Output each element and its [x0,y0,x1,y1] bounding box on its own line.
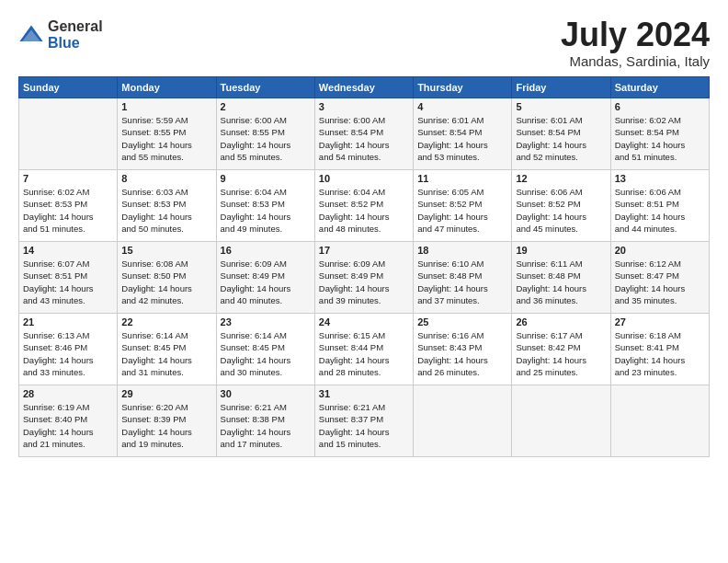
day-info: Sunrise: 6:11 AMSunset: 8:48 PMDaylight:… [516,258,606,306]
day-number: 15 [121,245,211,256]
table-row: 22Sunrise: 6:14 AMSunset: 8:45 PMDayligh… [118,314,216,385]
header-monday: Monday [118,77,216,98]
week-row-3: 21Sunrise: 6:13 AMSunset: 8:46 PMDayligh… [19,314,710,385]
day-info: Sunrise: 6:17 AMSunset: 8:42 PMDaylight:… [516,329,606,378]
day-number: 27 [615,316,705,327]
table-row: 2Sunrise: 6:00 AMSunset: 8:55 PMDaylight… [216,98,314,170]
day-number: 9 [221,173,311,184]
table-row: 4Sunrise: 6:01 AMSunset: 8:54 PMDaylight… [414,98,512,170]
calendar-header: SundayMondayTuesdayWednesdayThursdayFrid… [19,77,710,98]
table-row: 11Sunrise: 6:05 AMSunset: 8:52 PMDayligh… [414,170,512,242]
day-info: Sunrise: 6:03 AMSunset: 8:53 PMDaylight:… [121,186,211,235]
day-info: Sunrise: 6:14 AMSunset: 8:45 PMDaylight:… [221,329,311,378]
table-row [610,385,709,457]
day-number: 18 [417,245,507,256]
day-info: Sunrise: 6:08 AMSunset: 8:50 PMDaylight:… [121,258,211,306]
day-number: 7 [23,173,113,184]
day-number: 5 [516,101,606,112]
day-number: 29 [121,388,211,399]
table-row: 28Sunrise: 6:19 AMSunset: 8:40 PMDayligh… [19,385,118,457]
table-row: 5Sunrise: 6:01 AMSunset: 8:54 PMDaylight… [512,98,610,170]
day-info: Sunrise: 6:13 AMSunset: 8:46 PMDaylight:… [23,329,113,378]
day-number: 12 [516,173,606,184]
day-number: 23 [221,316,311,327]
table-row: 17Sunrise: 6:09 AMSunset: 8:49 PMDayligh… [314,242,413,314]
day-info: Sunrise: 6:09 AMSunset: 8:49 PMDaylight:… [221,258,311,306]
header-row-days: SundayMondayTuesdayWednesdayThursdayFrid… [19,77,710,98]
day-info: Sunrise: 6:21 AMSunset: 8:37 PMDaylight:… [319,401,409,450]
logo-text: General Blue [48,18,103,51]
day-number: 24 [319,316,409,327]
week-row-1: 7Sunrise: 6:02 AMSunset: 8:53 PMDaylight… [19,170,710,242]
table-row [414,385,512,457]
week-row-0: 1Sunrise: 5:59 AMSunset: 8:55 PMDaylight… [19,98,710,170]
table-row: 9Sunrise: 6:04 AMSunset: 8:53 PMDaylight… [216,170,314,242]
page-container: General Blue July 2024 Mandas, Sardinia,… [0,0,728,466]
day-number: 30 [221,388,311,399]
month-title: July 2024 [561,18,710,52]
logo-general-text: General [48,18,103,35]
table-row: 31Sunrise: 6:21 AMSunset: 8:37 PMDayligh… [314,385,413,457]
day-info: Sunrise: 6:21 AMSunset: 8:38 PMDaylight:… [221,401,311,450]
day-number: 14 [23,245,113,256]
day-number: 4 [417,101,507,112]
table-row: 7Sunrise: 6:02 AMSunset: 8:53 PMDaylight… [19,170,118,242]
day-info: Sunrise: 5:59 AMSunset: 8:55 PMDaylight:… [121,114,211,163]
day-number: 17 [319,245,409,256]
day-info: Sunrise: 6:00 AMSunset: 8:55 PMDaylight:… [221,114,311,163]
header-wednesday: Wednesday [314,77,413,98]
day-number: 13 [615,173,705,184]
header-tuesday: Tuesday [216,77,314,98]
header-saturday: Saturday [610,77,709,98]
week-row-2: 14Sunrise: 6:07 AMSunset: 8:51 PMDayligh… [19,242,710,314]
table-row: 13Sunrise: 6:06 AMSunset: 8:51 PMDayligh… [610,170,709,242]
logo: General Blue [18,18,103,51]
table-row: 8Sunrise: 6:03 AMSunset: 8:53 PMDaylight… [118,170,216,242]
day-number: 28 [23,388,113,399]
header-row: General Blue July 2024 Mandas, Sardinia,… [18,18,710,69]
table-row: 18Sunrise: 6:10 AMSunset: 8:48 PMDayligh… [414,242,512,314]
day-number: 1 [121,101,211,112]
day-info: Sunrise: 6:06 AMSunset: 8:52 PMDaylight:… [516,186,606,235]
table-row: 19Sunrise: 6:11 AMSunset: 8:48 PMDayligh… [512,242,610,314]
day-info: Sunrise: 6:12 AMSunset: 8:47 PMDaylight:… [615,258,705,306]
table-row: 24Sunrise: 6:15 AMSunset: 8:44 PMDayligh… [314,314,413,385]
location: Mandas, Sardinia, Italy [561,53,710,69]
day-info: Sunrise: 6:02 AMSunset: 8:54 PMDaylight:… [615,114,705,163]
day-number: 8 [121,173,211,184]
table-row: 14Sunrise: 6:07 AMSunset: 8:51 PMDayligh… [19,242,118,314]
day-number: 3 [319,101,409,112]
table-row: 27Sunrise: 6:18 AMSunset: 8:41 PMDayligh… [610,314,709,385]
logo-icon [18,22,44,48]
week-row-4: 28Sunrise: 6:19 AMSunset: 8:40 PMDayligh… [19,385,710,457]
day-info: Sunrise: 6:19 AMSunset: 8:40 PMDaylight:… [23,401,113,450]
day-info: Sunrise: 6:01 AMSunset: 8:54 PMDaylight:… [516,114,606,163]
table-row [512,385,610,457]
header-thursday: Thursday [414,77,512,98]
day-info: Sunrise: 6:20 AMSunset: 8:39 PMDaylight:… [121,401,211,450]
day-info: Sunrise: 6:10 AMSunset: 8:48 PMDaylight:… [417,258,507,306]
day-number: 26 [516,316,606,327]
day-info: Sunrise: 6:04 AMSunset: 8:53 PMDaylight:… [221,186,311,235]
day-info: Sunrise: 6:05 AMSunset: 8:52 PMDaylight:… [417,186,507,235]
day-number: 19 [516,245,606,256]
day-number: 22 [121,316,211,327]
day-info: Sunrise: 6:16 AMSunset: 8:43 PMDaylight:… [417,329,507,378]
table-row: 25Sunrise: 6:16 AMSunset: 8:43 PMDayligh… [414,314,512,385]
day-number: 11 [417,173,507,184]
table-row: 29Sunrise: 6:20 AMSunset: 8:39 PMDayligh… [118,385,216,457]
title-area: July 2024 Mandas, Sardinia, Italy [561,18,710,69]
table-row: 20Sunrise: 6:12 AMSunset: 8:47 PMDayligh… [610,242,709,314]
table-row: 6Sunrise: 6:02 AMSunset: 8:54 PMDaylight… [610,98,709,170]
day-number: 31 [319,388,409,399]
header-friday: Friday [512,77,610,98]
day-number: 16 [221,245,311,256]
day-info: Sunrise: 6:09 AMSunset: 8:49 PMDaylight:… [319,258,409,306]
day-info: Sunrise: 6:02 AMSunset: 8:53 PMDaylight:… [23,186,113,235]
table-row: 12Sunrise: 6:06 AMSunset: 8:52 PMDayligh… [512,170,610,242]
day-number: 2 [221,101,311,112]
table-row [19,98,118,170]
day-info: Sunrise: 6:00 AMSunset: 8:54 PMDaylight:… [319,114,409,163]
day-number: 10 [319,173,409,184]
table-row: 10Sunrise: 6:04 AMSunset: 8:52 PMDayligh… [314,170,413,242]
